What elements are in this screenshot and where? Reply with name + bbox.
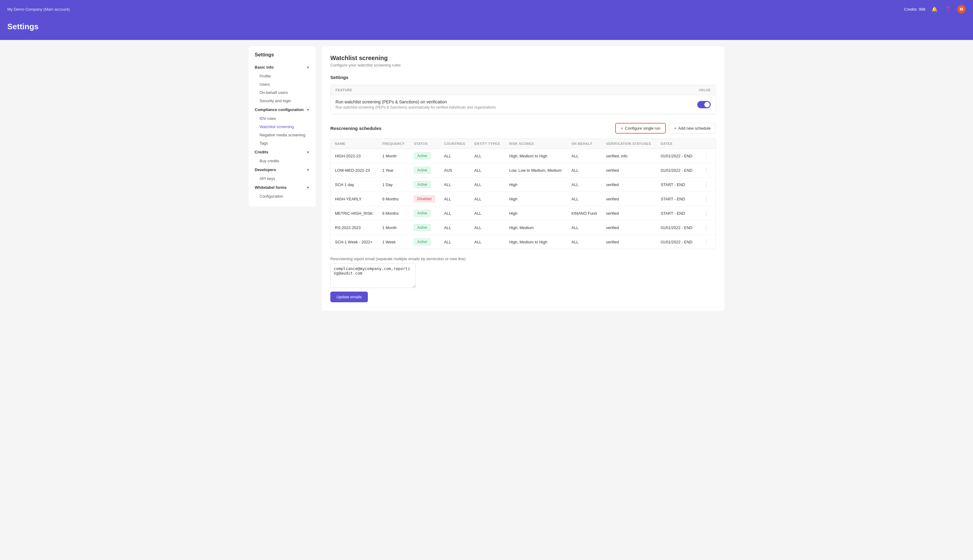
cell-verification-statuses: verified xyxy=(602,220,656,235)
col-countries: COUNTRIES xyxy=(440,139,470,149)
top-nav: My Demo Company (Main account) Credits: … xyxy=(0,0,973,18)
sidebar-section-compliance[interactable]: Compliance configuration ▼ xyxy=(248,105,316,114)
cell-dates: START - END xyxy=(656,178,698,192)
row-menu-icon[interactable]: ⋮ xyxy=(702,182,711,188)
cell-countries: ALL xyxy=(440,149,470,163)
sidebar-section-label: Compliance configuration xyxy=(255,107,303,112)
sidebar-section-credits[interactable]: Credits ▼ xyxy=(248,147,316,157)
sidebar-title: Settings xyxy=(248,52,316,63)
sidebar-item-on-behalf-users[interactable]: On-behalf users xyxy=(248,88,316,97)
row-menu-icon[interactable]: ⋮ xyxy=(702,196,711,202)
cell-status: Active xyxy=(410,206,440,220)
sidebar: Settings Basic info ▼ Profile Users On-b… xyxy=(248,46,316,207)
sidebar-item-profile[interactable]: Profile xyxy=(248,72,316,80)
status-badge: Active xyxy=(414,181,431,188)
feature-details: Run watchlist screening (PEPs & Sanction… xyxy=(335,100,674,110)
col-on-behalf: ON BEHALF xyxy=(567,139,602,149)
plus-icon: + xyxy=(674,126,676,130)
cell-menu[interactable]: ⋮ xyxy=(698,149,716,163)
cell-verification-statuses: verified xyxy=(602,235,656,249)
email-section: Rescreening report email (separate multi… xyxy=(330,257,716,302)
row-menu-icon[interactable]: ⋮ xyxy=(702,153,711,159)
value-col-header: VALUE xyxy=(674,88,711,92)
sidebar-item-users[interactable]: Users xyxy=(248,80,316,88)
cell-name: LOW-MED-2022-23 xyxy=(331,163,378,178)
status-badge: Disabled xyxy=(414,195,435,202)
avatar[interactable]: M xyxy=(957,5,966,13)
cell-menu[interactable]: ⋮ xyxy=(698,235,716,249)
row-menu-icon[interactable]: ⋮ xyxy=(702,210,711,216)
row-menu-icon[interactable]: ⋮ xyxy=(702,239,711,245)
settings-feature-table: FEATURE VALUE Run watchlist screening (P… xyxy=(330,85,716,114)
cell-countries: AUS xyxy=(440,163,470,178)
sidebar-item-watchlist-screening[interactable]: Watchlist screening xyxy=(248,123,316,131)
status-badge: Active xyxy=(414,210,431,217)
watchlist-toggle[interactable] xyxy=(697,101,711,108)
cell-menu[interactable]: ⋮ xyxy=(698,163,716,178)
cell-status: Active xyxy=(410,178,440,192)
cell-entity-types: ALL xyxy=(470,192,505,206)
cell-menu[interactable]: ⋮ xyxy=(698,220,716,235)
cell-status: Disabled xyxy=(410,192,440,206)
table-row: HIGH-2022-23 1 Month Active ALL ALL High… xyxy=(331,149,716,163)
sidebar-item-api-keys[interactable]: API keys xyxy=(248,175,316,183)
configure-single-run-button[interactable]: + Configure single run xyxy=(615,123,666,133)
cell-on-behalf: KINANO Fund xyxy=(567,206,602,220)
cell-on-behalf: ALL xyxy=(567,163,602,178)
settings-section-label: Settings xyxy=(330,75,716,80)
sidebar-item-tags[interactable]: Tags xyxy=(248,139,316,147)
settings-table-header: FEATURE VALUE xyxy=(331,85,716,95)
sidebar-item-configuration[interactable]: Configuration xyxy=(248,192,316,200)
cell-status: Active xyxy=(410,235,440,249)
update-emails-button[interactable]: Update emails xyxy=(330,292,368,302)
cell-entity-types: ALL xyxy=(470,220,505,235)
cell-verification-statuses: verified xyxy=(602,163,656,178)
cell-menu[interactable]: ⋮ xyxy=(698,192,716,206)
col-frequency: FREQUENCY xyxy=(378,139,410,149)
add-new-schedule-button[interactable]: + Add new schedule xyxy=(669,123,716,133)
status-badge: Active xyxy=(414,153,431,159)
main-container: Settings Basic info ▼ Profile Users On-b… xyxy=(243,40,730,317)
cell-on-behalf: ALL xyxy=(567,192,602,206)
cell-status: Active xyxy=(410,149,440,163)
page-title: Settings xyxy=(7,22,966,32)
row-menu-icon[interactable]: ⋮ xyxy=(702,225,711,231)
sidebar-section-label: Basic info xyxy=(255,65,273,70)
cell-frequency: 1 Day xyxy=(378,178,410,192)
sidebar-item-negative-media[interactable]: Negative media screening xyxy=(248,131,316,139)
content-subtitle: Configure your watchlist screening rules xyxy=(330,63,716,67)
sidebar-item-buy-credits[interactable]: Buy credits xyxy=(248,157,316,165)
status-badge: Active xyxy=(414,238,431,245)
content-area: Watchlist screening Configure your watch… xyxy=(322,46,725,311)
cell-verification-statuses: verified xyxy=(602,206,656,220)
cell-dates: START - END xyxy=(656,192,698,206)
chevron-down-icon: ▼ xyxy=(306,186,310,189)
col-verification-statuses: VERIFICATION STATUSES xyxy=(602,139,656,149)
sidebar-section-whitelabel[interactable]: Whitelabel forms ▼ xyxy=(248,183,316,192)
sidebar-section-label: Credits xyxy=(255,150,268,154)
rescreening-header: Rescreening schedules + Configure single… xyxy=(330,123,716,133)
add-schedule-label: Add new schedule xyxy=(678,126,711,130)
cell-dates: 01/01/2022 - END xyxy=(656,220,698,235)
cell-name: HIGH-YEARLY xyxy=(331,192,378,206)
help-icon[interactable]: ❓ xyxy=(944,5,952,13)
rescreening-table: NAME FREQUENCY STATUS COUNTRIES ENTITY T… xyxy=(330,138,716,249)
cell-menu[interactable]: ⋮ xyxy=(698,178,716,192)
sidebar-item-security-login[interactable]: Security and login xyxy=(248,97,316,105)
feature-value-cell xyxy=(674,101,711,108)
sidebar-section-basic-info[interactable]: Basic info ▼ xyxy=(248,63,316,72)
bell-icon[interactable]: 🔔 xyxy=(930,5,939,13)
cell-entity-types: ALL xyxy=(470,206,505,220)
top-nav-right: Credits: 998 🔔 ❓ M xyxy=(904,5,966,13)
cell-risk-scores: High, Medium xyxy=(505,220,567,235)
sidebar-item-idv-rules[interactable]: IDV rules xyxy=(248,114,316,123)
cell-on-behalf: ALL xyxy=(567,235,602,249)
email-textarea[interactable]: compliance@mycompany.com,reporting@audit… xyxy=(330,263,416,288)
table-row: METRIC-HIGH_RISK 6 Months Active ALL ALL… xyxy=(331,206,716,220)
cell-countries: ALL xyxy=(440,235,470,249)
sidebar-section-developers[interactable]: Developers ▼ xyxy=(248,165,316,175)
settings-table-row: Run watchlist screening (PEPs & Sanction… xyxy=(331,95,716,114)
cell-on-behalf: ALL xyxy=(567,178,602,192)
row-menu-icon[interactable]: ⋮ xyxy=(702,167,711,173)
cell-menu[interactable]: ⋮ xyxy=(698,206,716,220)
